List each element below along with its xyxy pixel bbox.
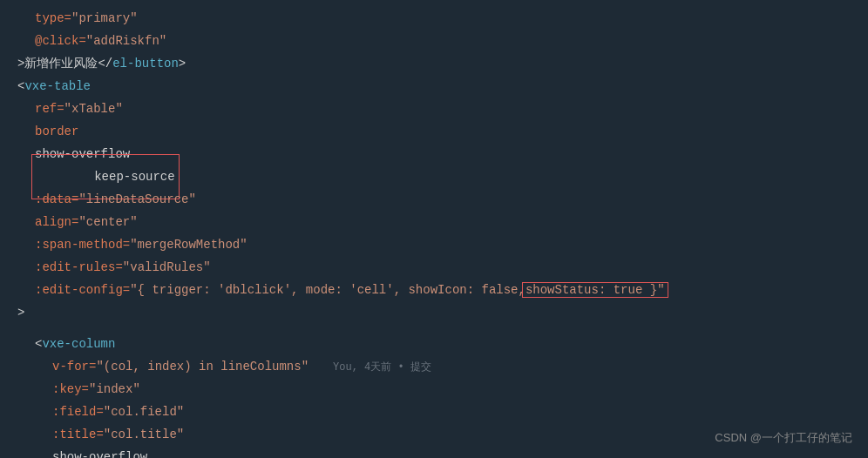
bracket: < bbox=[17, 79, 24, 93]
attr: :field= bbox=[52, 405, 104, 419]
show-status-highlight: showStatus: true }" bbox=[522, 282, 668, 298]
attr: align= bbox=[35, 215, 78, 229]
bracket: < bbox=[35, 337, 42, 351]
tag: vxe-column bbox=[42, 337, 115, 351]
code-line: v-for="(col, index) in lineColumns"You, … bbox=[0, 355, 868, 378]
string-value: "(col, index) in lineColumns" bbox=[96, 360, 309, 374]
attr-name: show-overflow bbox=[52, 450, 147, 458]
code-line: > bbox=[0, 301, 868, 324]
attr-name: border bbox=[35, 125, 78, 138]
code-editor: type="primary" @click="addRiskfn" >新增作业风… bbox=[0, 0, 868, 458]
string-value: "col.field" bbox=[104, 405, 184, 419]
text-content: 新增作业风险 bbox=[24, 56, 98, 71]
string-value: "addRiskfn" bbox=[86, 34, 166, 48]
string-value: "lineDataSource" bbox=[78, 192, 195, 206]
code-line-empty bbox=[0, 324, 868, 333]
bracket: > bbox=[179, 57, 186, 71]
code-line: show-overflow bbox=[0, 446, 868, 458]
string-value: "primary" bbox=[71, 11, 138, 25]
string-value: "validRules" bbox=[123, 260, 211, 274]
bracket: > bbox=[17, 306, 24, 320]
code-line: :key="index" bbox=[0, 378, 868, 401]
keep-source-line: keep-source bbox=[0, 165, 868, 188]
string-value: "{ trigger: 'dblclick', mode: 'cell', sh… bbox=[130, 283, 526, 297]
attr: :title= bbox=[52, 428, 104, 441]
code-line: <vxe-column bbox=[0, 333, 868, 355]
code-line: :span-method="mergeRowMethod" bbox=[0, 233, 868, 256]
attr: :edit-config= bbox=[35, 283, 130, 297]
edit-config-line: :edit-config="{ trigger: 'dblclick', mod… bbox=[0, 279, 868, 301]
string-part: showStatus: true }" bbox=[526, 283, 665, 297]
code-line: type="primary" bbox=[0, 7, 868, 30]
attr: :key= bbox=[52, 382, 89, 396]
code-line: @click="addRiskfn" bbox=[0, 30, 868, 52]
code-line: :edit-rules="validRules" bbox=[0, 256, 868, 279]
attr: @click= bbox=[35, 34, 86, 48]
string-value: "xTable" bbox=[64, 102, 123, 116]
keep-source-text: keep-source bbox=[94, 170, 174, 184]
attr: type= bbox=[35, 11, 71, 25]
tag: vxe-table bbox=[24, 79, 91, 93]
string-value: "index" bbox=[89, 382, 140, 396]
code-line: >新增作业风险</el-button> bbox=[0, 52, 868, 75]
bracket: > bbox=[17, 57, 24, 71]
git-annotation: You, 4天前 • 提交 bbox=[333, 360, 431, 374]
string-value: "col.title" bbox=[104, 428, 184, 441]
code-line: align="center" bbox=[0, 211, 868, 233]
attr: :data= bbox=[35, 192, 78, 206]
string-value: "center" bbox=[78, 215, 137, 229]
code-line: ref="xTable" bbox=[0, 98, 868, 120]
attr: ref= bbox=[35, 102, 64, 116]
watermark: CSDN @一个打工仔的笔记 bbox=[715, 430, 852, 446]
attr: :edit-rules= bbox=[35, 260, 123, 274]
tag: el-button bbox=[112, 57, 179, 71]
code-line: border bbox=[0, 120, 868, 143]
code-line: :field="col.field" bbox=[0, 401, 868, 423]
attr: :span-method= bbox=[35, 238, 130, 252]
code-lines: type="primary" @click="addRiskfn" >新增作业风… bbox=[0, 0, 868, 458]
bracket: </ bbox=[98, 57, 112, 71]
code-line: <vxe-table bbox=[0, 75, 868, 98]
code-line: :data="lineDataSource" bbox=[0, 188, 868, 211]
attr: v-for= bbox=[52, 360, 96, 374]
string-value: "mergeRowMethod" bbox=[130, 238, 247, 252]
